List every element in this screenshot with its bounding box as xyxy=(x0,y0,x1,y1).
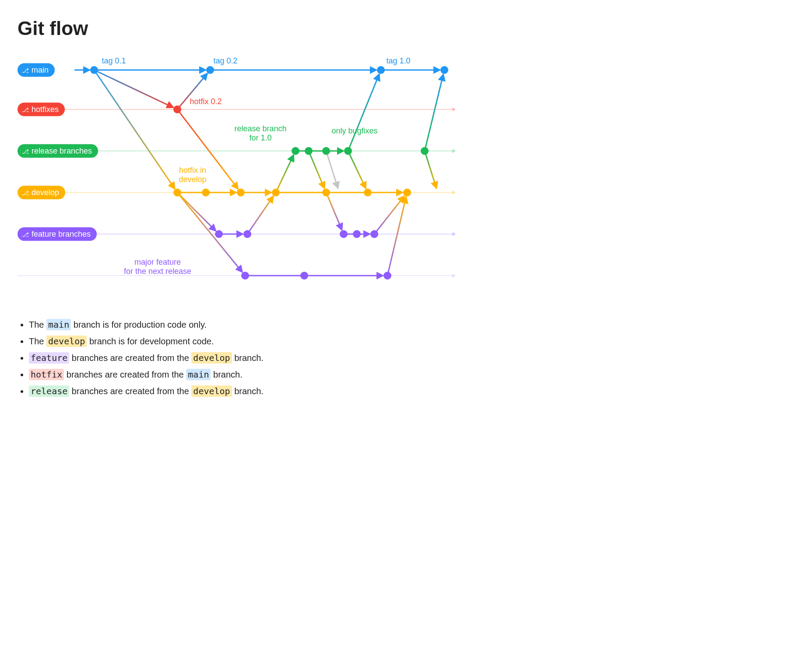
code-release: release xyxy=(29,385,69,397)
diagram-label: hotfix 0.2 xyxy=(190,97,222,106)
commit-d3 xyxy=(237,189,245,196)
edge-main_to_hotfix xyxy=(94,70,173,107)
commit-f5 xyxy=(370,230,378,238)
commit-r1 xyxy=(292,147,299,155)
bullet-main: The main branch is for production code o… xyxy=(29,319,770,330)
commit-f3 xyxy=(340,230,348,238)
branch-icon: ⎇ xyxy=(22,231,29,238)
commit-m1 xyxy=(90,66,98,74)
commit-d1 xyxy=(173,189,181,196)
diagram-label: tag 0.2 xyxy=(213,56,237,66)
bullet-release: release branches are created from the de… xyxy=(29,386,770,396)
commit-r4 xyxy=(344,147,352,155)
page-title: Git flow xyxy=(18,18,770,39)
branch-pill-label: hotfixes xyxy=(32,105,59,114)
edge-release_to_main xyxy=(348,74,379,151)
branch-pill-label: feature branches xyxy=(32,230,91,239)
diagram-label: hotfix indevelop xyxy=(179,166,206,184)
branch-pill-release: ⎇release branches xyxy=(18,144,98,158)
diagram-label: release branchfor 1.0 xyxy=(234,124,286,142)
edge-develop_to_release xyxy=(276,155,293,192)
commit-g2 xyxy=(300,272,308,280)
branch-icon: ⎇ xyxy=(22,189,29,196)
branch-pill-hotfix: ⎇hotfixes xyxy=(18,103,65,116)
commit-m3 xyxy=(377,66,385,74)
gitflow-svg xyxy=(18,52,455,298)
edge-release_to_develop xyxy=(309,151,324,188)
branch-pill-develop: ⎇develop xyxy=(18,186,65,200)
edge-develop_to_feature xyxy=(177,192,215,231)
commit-d6 xyxy=(364,189,372,196)
commit-r5 xyxy=(421,147,429,155)
diagram-label: tag 1.0 xyxy=(386,56,410,66)
commit-d7 xyxy=(403,189,411,196)
commit-h1 xyxy=(173,105,181,113)
commit-d5 xyxy=(322,189,330,196)
branch-icon: ⎇ xyxy=(22,147,29,154)
branch-pill-main: ⎇main xyxy=(18,63,55,77)
edge-feature_to_develop xyxy=(247,196,273,234)
commit-d2 xyxy=(202,189,210,196)
code-develop: develop xyxy=(46,336,87,347)
edge-release_to_develop xyxy=(425,151,436,188)
branch-icon: ⎇ xyxy=(22,106,29,113)
branch-icon: ⎇ xyxy=(22,66,29,74)
commit-d4 xyxy=(272,189,280,196)
diagram-label: only bugfixes xyxy=(331,126,377,136)
branch-pill-label: release branches xyxy=(32,147,92,156)
diagram-label: major featurefor the next release xyxy=(124,258,191,276)
commit-f4 xyxy=(353,230,361,238)
code-develop: develop xyxy=(191,352,232,364)
commit-f2 xyxy=(243,230,251,238)
branch-pill-feature: ⎇feature branches xyxy=(18,228,97,241)
edge-release_to_main xyxy=(425,75,443,151)
code-main: main xyxy=(186,369,211,380)
bullet-hotfix: hotfix branches are created from the mai… xyxy=(29,369,770,380)
bullet-develop: The develop branch is for development co… xyxy=(29,336,770,346)
commit-f1 xyxy=(215,230,223,238)
commit-m4 xyxy=(440,66,448,74)
commit-m2 xyxy=(206,66,214,74)
code-main: main xyxy=(46,319,71,330)
edge-feature_to_develop xyxy=(387,197,406,276)
gitflow-diagram: ⎇main⎇hotfixes⎇release branches⎇develop⎇… xyxy=(18,52,455,298)
branch-pill-label: main xyxy=(32,66,49,75)
code-hotfix: hotfix xyxy=(29,369,64,380)
commit-r2 xyxy=(305,147,313,155)
code-feature: feature xyxy=(29,352,69,364)
edge-release_to_develop xyxy=(348,151,366,188)
commit-r3 xyxy=(322,147,330,155)
edge-release_to_develop_grey xyxy=(326,151,338,188)
code-develop: develop xyxy=(191,385,232,397)
branch-pill-label: develop xyxy=(32,188,59,197)
bullet-feature: feature branches are created from the de… xyxy=(29,353,770,363)
edge-main_to_develop xyxy=(94,70,175,189)
commit-g1 xyxy=(241,272,249,280)
diagram-label: tag 0.1 xyxy=(102,56,126,66)
description-list: The main branch is for production code o… xyxy=(18,319,770,396)
edge-develop_to_feature xyxy=(326,192,342,230)
edge-feature_to_develop xyxy=(374,196,404,234)
commit-g3 xyxy=(383,272,391,280)
